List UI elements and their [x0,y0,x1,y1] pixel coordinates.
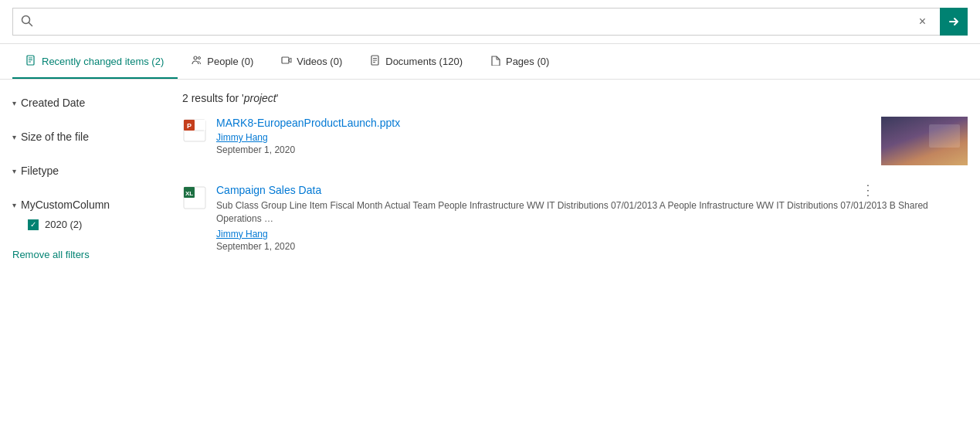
tab-pages-label: Pages (0) [506,56,549,67]
search-bar-container: project × [0,0,980,44]
remove-all-filters-button[interactable]: Remove all filters [12,246,90,263]
result-2-date: September 1, 2020 [216,241,968,252]
filter-created-date: ▾ Created Date [12,92,167,114]
tab-documents[interactable]: Documents (120) [356,44,476,79]
result-1-content: MARK8-EuropeanProductLaunch.pptx Jimmy H… [216,117,872,155]
results-summary: 2 results for 'project' [182,92,968,104]
result-item-2: XL Campaign Sales Data Sub Class Group L… [182,184,968,252]
sidebar-filters: ▾ Created Date ▾ Size of the file ▾ File… [12,92,182,270]
chevron-down-icon: ▾ [12,99,16,107]
search-clear-button[interactable]: × [916,15,929,29]
tab-videos[interactable]: Videos (0) [267,44,356,79]
filter-custom-column-label: MyCustomColumn [21,199,110,211]
filter-option-2020-label: 2020 (2) [45,219,82,230]
results-count: 2 [182,92,188,104]
checkbox-2020[interactable] [28,219,39,230]
more-options-button[interactable]: ··· [861,184,875,199]
result-2-content: Campaign Sales Data Sub Class Group Line… [216,184,968,252]
chevron-down-icon-4: ▾ [12,201,16,209]
recently-changed-icon [26,55,37,68]
result-1-title[interactable]: MARK8-EuropeanProductLaunch.pptx [216,117,400,129]
filter-file-size: ▾ Size of the file [12,126,167,148]
svg-point-7 [198,57,201,59]
pages-icon [490,55,501,68]
chevron-down-icon-3: ▾ [12,167,16,175]
search-bar: project × [12,8,941,36]
tab-recently-changed[interactable]: Recently changed items (2) [12,44,178,79]
results-query: project [244,92,276,104]
tabs-container: Recently changed items (2) People (0) Vi… [0,44,980,80]
filter-created-date-label: Created Date [21,97,85,109]
filter-file-size-header[interactable]: ▾ Size of the file [12,126,167,148]
pptx-file-icon: P [182,118,207,143]
xlsx-file-icon: XL [182,185,207,210]
svg-text:XL: XL [185,190,193,197]
svg-rect-17 [195,120,205,130]
result-1-author[interactable]: Jimmy Hang [216,132,872,143]
filter-filetype-header[interactable]: ▾ Filetype [12,160,167,182]
result-1-date: September 1, 2020 [216,144,872,155]
result-item-1: P MARK8-EuropeanProductLaunch.pptx Jimmy… [182,117,968,165]
documents-icon [370,55,381,68]
search-submit-button[interactable] [940,8,968,36]
tab-documents-label: Documents (120) [385,56,463,67]
filter-custom-column: ▾ MyCustomColumn 2020 (2) [12,194,167,233]
thumbnail-image-1 [881,117,968,165]
main-layout: ▾ Created Date ▾ Size of the file ▾ File… [0,80,980,283]
results-summary-text: results for ' [192,92,244,104]
filter-custom-column-header[interactable]: ▾ MyCustomColumn [12,194,167,216]
result-2-author[interactable]: Jimmy Hang [216,229,968,239]
result-2-title[interactable]: Campaign Sales Data [216,184,321,196]
result-2-description: Sub Class Group Line Item Fiscal Month A… [216,199,968,226]
tab-people[interactable]: People (0) [178,44,267,79]
filter-option-2020[interactable]: 2020 (2) [12,216,167,233]
results-area: 2 results for 'project' P MARK8-European… [182,92,968,270]
filter-filetype: ▾ Filetype [12,160,167,182]
people-icon [192,55,202,68]
search-input[interactable]: project [39,15,916,28]
svg-point-6 [194,56,197,59]
tab-recently-changed-label: Recently changed items (2) [42,56,164,67]
arrow-right-icon [948,15,960,28]
tab-pages[interactable]: Pages (0) [476,44,563,79]
filter-created-date-header[interactable]: ▾ Created Date [12,92,167,114]
filter-filetype-label: Filetype [21,165,59,177]
video-icon [281,55,292,68]
chevron-down-icon-2: ▾ [12,133,16,141]
svg-rect-8 [282,57,289,63]
result-1-thumbnail [881,117,968,165]
tab-videos-label: Videos (0) [297,56,342,67]
filter-file-size-label: Size of the file [21,131,89,143]
svg-line-1 [29,22,32,25]
tab-people-label: People (0) [207,56,253,67]
search-icon [21,15,33,29]
svg-text:P: P [187,122,192,130]
